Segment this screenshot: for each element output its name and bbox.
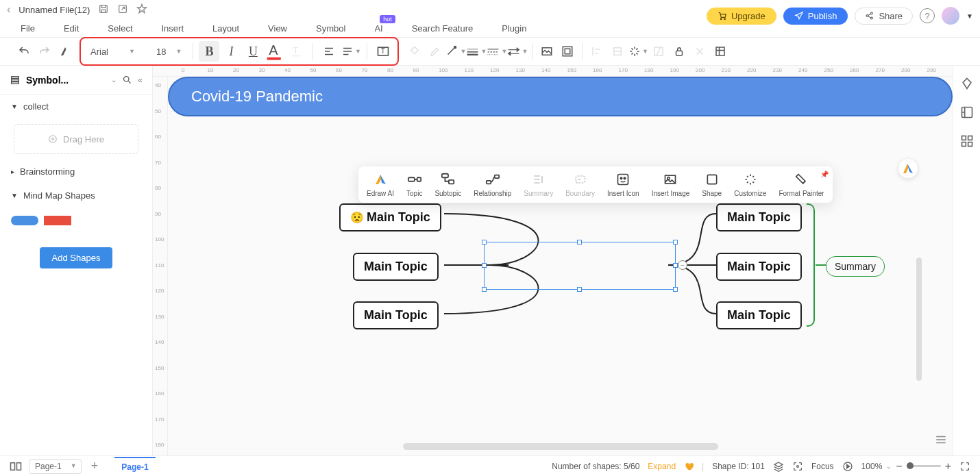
menu-ai[interactable]: AI hot [374, 23, 382, 34]
heart-icon[interactable] [684, 462, 694, 471]
crop-button[interactable] [648, 41, 669, 62]
pen-button[interactable] [425, 41, 445, 62]
bold-button[interactable]: B [199, 41, 219, 62]
theme-icon[interactable] [959, 75, 975, 92]
drag-zone[interactable]: Drag Here [14, 124, 138, 154]
menu-plugin[interactable]: Plugin [502, 23, 526, 34]
font-color-button[interactable]: A [265, 41, 285, 62]
mindmap-topic-4[interactable]: Main Topic [716, 203, 802, 231]
zoom-out-icon[interactable]: − [896, 460, 902, 473]
menu-search[interactable]: Search Feature [412, 23, 474, 34]
line-style-button[interactable]: ▼ [445, 41, 466, 62]
sidebar-mindmap-shapes[interactable]: ▼Mind Map Shapes [0, 184, 152, 208]
menu-layout[interactable]: Layout [212, 23, 239, 34]
share-button[interactable]: Share [855, 8, 913, 25]
save-icon[interactable] [98, 3, 109, 16]
redo-icon[interactable] [34, 41, 55, 62]
ctx-summary[interactable]: Summary [524, 172, 553, 197]
menu-view[interactable]: View [268, 23, 287, 34]
container-button[interactable] [557, 41, 578, 62]
align-left-button[interactable] [319, 41, 339, 62]
ctx-customize[interactable]: Customize [734, 172, 766, 197]
format-painter-icon[interactable] [55, 41, 75, 62]
focus-label[interactable]: Focus [811, 462, 834, 471]
sidebar-title-dropdown[interactable]: ⌄ [111, 76, 117, 84]
panel-toggle-icon[interactable] [935, 435, 947, 447]
table-button[interactable] [710, 41, 731, 62]
ctx-format-painter[interactable]: Format Painter [779, 172, 824, 197]
image-button[interactable] [537, 41, 557, 62]
zoom-value[interactable]: 100% [861, 462, 883, 471]
mindmap-topic-1[interactable]: 😟Main Topic [339, 203, 441, 231]
text-highlight-button[interactable]: T [286, 41, 307, 62]
italic-button[interactable]: I [221, 41, 241, 62]
layers-icon[interactable] [773, 461, 784, 472]
avatar[interactable] [942, 7, 959, 25]
ctx-topic[interactable]: Topic [406, 172, 422, 197]
pages-icon[interactable] [10, 462, 22, 471]
avatar-menu-arrow[interactable]: ▼ [966, 12, 973, 20]
mindmap-topic-5[interactable]: Main Topic [716, 253, 802, 281]
ai-assistant-bubble[interactable] [898, 158, 918, 179]
underline-button[interactable]: U [243, 41, 263, 62]
menu-edit[interactable]: Edit [64, 23, 79, 34]
page-select[interactable]: Page-1▼ [29, 459, 82, 474]
menu-file[interactable]: File [21, 23, 35, 34]
font-family-select[interactable]: Arial▼ [85, 44, 149, 60]
ctx-shape[interactable]: Shape [702, 172, 722, 197]
help-icon[interactable]: ? [920, 8, 935, 23]
vertical-scrollbar[interactable] [916, 258, 922, 381]
mindmap-topic-2[interactable]: Main Topic [353, 253, 439, 281]
page-tab[interactable]: Page-1 [114, 457, 155, 476]
arrow-style-button[interactable]: ▼ [507, 41, 528, 62]
grid-icon[interactable] [959, 133, 975, 149]
summary-node[interactable]: Summary [826, 256, 885, 277]
align-objects-button[interactable] [587, 41, 607, 62]
ctx-insert-icon[interactable]: Insert Icon [607, 172, 639, 197]
mindmap-center-node[interactable]: Covid-19 Pandemic [168, 77, 953, 116]
zoom-slider[interactable] [907, 465, 941, 467]
components-icon[interactable] [959, 104, 975, 121]
undo-icon[interactable] [14, 41, 34, 62]
menu-symbol[interactable]: Symbol [316, 23, 345, 34]
shape-template-blue[interactable] [11, 216, 38, 225]
add-shapes-button[interactable]: Add Shapes [40, 247, 113, 268]
dash-style-button[interactable]: ▼ [487, 41, 507, 62]
open-external-icon[interactable] [117, 3, 128, 16]
mindmap-topic-6[interactable]: Main Topic [716, 301, 802, 329]
ctx-insert-image[interactable]: Insert Image [652, 172, 690, 197]
search-icon[interactable] [122, 75, 132, 85]
pin-icon[interactable]: 📌 [820, 171, 829, 178]
focus-target-icon[interactable] [792, 461, 803, 472]
ctx-boundary[interactable]: Boundary [565, 172, 595, 197]
canvas[interactable]: 😟Main Topic Main Topic Main Topic Main T… [168, 77, 953, 455]
back-icon[interactable]: ‹ [7, 3, 10, 16]
canvas-area[interactable]: 0102030405060708090100110120130140150160… [153, 66, 953, 455]
publish-button[interactable]: Publish [783, 8, 848, 25]
play-icon[interactable] [842, 461, 853, 472]
effects-button[interactable]: ▼ [628, 41, 648, 62]
align-vertical-button[interactable]: ▼ [341, 41, 361, 62]
distribute-button[interactable] [607, 41, 628, 62]
tools-button[interactable] [689, 41, 710, 62]
collapse-node-icon[interactable]: − [678, 260, 687, 270]
sidebar-collect[interactable]: ▼collect [0, 95, 152, 118]
upgrade-button[interactable]: Upgrade [707, 8, 776, 25]
ctx-subtopic[interactable]: Subtopic [434, 172, 461, 197]
collapse-sidebar-icon[interactable]: « [138, 75, 143, 85]
expand-link[interactable]: Expand [648, 462, 676, 471]
menu-insert[interactable]: Insert [162, 23, 184, 34]
ctx-relationship[interactable]: Relationship [474, 172, 511, 197]
menu-select[interactable]: Select [108, 23, 132, 34]
fullscreen-icon[interactable] [959, 461, 970, 472]
star-icon[interactable] [136, 3, 147, 16]
horizontal-scrollbar[interactable] [403, 443, 718, 450]
sidebar-brainstorming[interactable]: ▸Brainstorming [0, 160, 152, 184]
lock-icon[interactable] [669, 41, 689, 62]
line-weight-button[interactable]: ▼ [466, 41, 487, 62]
zoom-in-icon[interactable]: + [945, 460, 951, 473]
mindmap-topic-3[interactable]: Main Topic [353, 301, 439, 329]
text-box-button[interactable]: T [373, 41, 393, 62]
ctx-edraw-ai[interactable]: Edraw AI [367, 172, 394, 197]
fill-button[interactable] [404, 41, 425, 62]
